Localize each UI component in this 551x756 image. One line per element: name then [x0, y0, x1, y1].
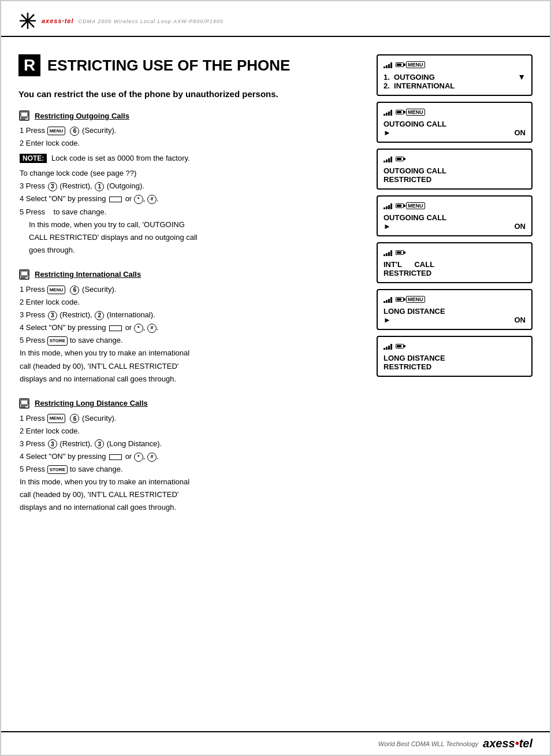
step-1-outgoing: 1 Press MENU 6 (Security). [20, 124, 365, 137]
statusbar-4: MENU [384, 201, 526, 210]
screen7-row2: RESTRICTED [384, 362, 526, 371]
screen-ld-on: MENU LONG DISTANCE ► ON [377, 289, 533, 330]
bar3 [388, 346, 390, 350]
phone-icon-outgoing [18, 110, 31, 121]
section-international-title: Restricting International Calls [35, 270, 141, 279]
bar1 [384, 66, 385, 68]
screen-outgoing-menu: MENU 1. OUTGOING ▼ 2. INTERNATIONAL [377, 54, 533, 96]
signal-7 [384, 343, 392, 350]
bar2 [386, 347, 388, 350]
screen2-arrow: ► [384, 128, 391, 137]
bar1 [384, 254, 385, 256]
screen2-row2: ► ON [384, 128, 526, 137]
bar3 [388, 205, 390, 209]
step-3-outgoing: 3 Press 3 (Restrict), 1 (Outgoing). [20, 180, 365, 192]
section-longdistance-body: 1 Press MENU 6 (Security). 2 Enter lock … [18, 412, 365, 514]
menu-indicator-4: MENU [406, 202, 425, 209]
screen2-on: ON [515, 128, 526, 137]
bar4 [390, 250, 392, 256]
battery-5 [396, 248, 404, 257]
subtitle: You can restrict the use of the phone by… [18, 89, 365, 99]
phone-icon-international [18, 269, 31, 280]
key-3-intl: 3 [48, 311, 57, 320]
battery-7 [396, 342, 404, 350]
bar1 [384, 207, 385, 209]
screen1-line2: 2. INTERNATIONAL [384, 81, 455, 90]
statusbar-2: MENU [384, 108, 526, 116]
step-1-intl: 1 Press MENU 6 (Security). [20, 283, 365, 296]
brand-logo: axess·tel CDMA 2000 Wireless Local Loop … [42, 17, 224, 24]
bar1 [384, 301, 385, 303]
svg-rect-6 [21, 112, 28, 117]
bar1 [384, 348, 385, 350]
key-3-ld: 3 [48, 439, 57, 449]
section-outgoing-header: Restricting Outgoing Calls [18, 110, 365, 121]
screen-outgoing-on: MENU OUTGOING CALL ► ON [377, 102, 533, 143]
step-1-ld: 1 Press MENU 6 (Security). [20, 412, 365, 425]
statusbar-5 [384, 248, 526, 257]
screen6-on: ON [515, 316, 526, 324]
signal-3 [384, 155, 392, 162]
bar2 [386, 300, 388, 303]
menu-indicator-2: MENU [406, 109, 425, 116]
screen1-line1: 1. OUTGOING [384, 73, 435, 81]
screen4-row1: OUTGOING CALL [384, 213, 526, 222]
screen5-row2: RESTRICTED [384, 269, 526, 277]
section-international-body: 1 Press MENU 6 (Security). 2 Enter lock … [18, 283, 365, 386]
right-column: MENU 1. OUTGOING ▼ 2. INTERNATIONAL [377, 54, 533, 527]
menu-key: MENU [47, 127, 66, 136]
screen1-arrow: ▼ [518, 72, 526, 81]
section-outgoing: Restricting Outgoing Calls 1 Press MENU … [18, 110, 365, 257]
screen7-row1: LONG DISTANCE [384, 354, 526, 362]
outgoing-mode-note: In this mode, when you try to call, 'OUT… [20, 218, 365, 257]
bar1 [384, 161, 385, 162]
screen7-content: LONG DISTANCE RESTRICTED [384, 354, 526, 371]
step-4-intl: 4 Select "ON" by pressing or *, #. [20, 321, 365, 334]
menu-indicator-1: MENU [406, 61, 425, 68]
page-title: ESTRICTING USE OF THE PHONE [47, 57, 290, 75]
statusbar-7 [384, 342, 526, 350]
section-longdistance-header: Restricting Long Distance Calls [18, 398, 365, 409]
key-6: 6 [70, 127, 79, 136]
footer: World Best CDMA WLL Technology axess•tel [1, 731, 550, 755]
main-content: R ESTRICTING USE OF THE PHONE You can re… [1, 37, 550, 538]
header-subtitle: CDMA 2000 Wireless Local Loop AXW-P800/P… [79, 18, 224, 24]
logo-icon [18, 12, 37, 30]
key-1: 1 [95, 182, 104, 191]
store-key-ld: STORE [47, 465, 68, 475]
step-4-outgoing: 4 Select "ON" by pressing or *, #. [20, 192, 365, 205]
bar3 [388, 112, 390, 116]
r-box: R [18, 54, 40, 76]
page: axess·tel CDMA 2000 Wireless Local Loop … [0, 0, 551, 756]
screen1-row1: 1. OUTGOING ▼ [384, 72, 526, 81]
bar4 [390, 62, 392, 68]
key-2-intl: 2 [95, 311, 104, 320]
screen-intl-restricted: INT'L CALL RESTRICTED [377, 242, 533, 283]
logo-area: axess·tel CDMA 2000 Wireless Local Loop … [18, 12, 224, 30]
key-3: 3 [48, 182, 57, 191]
bar2 [386, 65, 388, 68]
bar4 [390, 297, 392, 303]
screen3-content: OUTGOING CALL RESTRICTED [384, 166, 526, 184]
signal-5 [384, 249, 392, 256]
key-6-intl: 6 [70, 286, 79, 295]
screen4-on: ON [515, 222, 526, 231]
step-5-intl: 5 Press STORE to save change. [20, 334, 365, 347]
battery-2 [396, 108, 404, 116]
bar2 [386, 160, 388, 162]
bar3 [388, 252, 390, 256]
screen6-row1: LONG DISTANCE [384, 307, 526, 316]
bar2 [386, 206, 388, 209]
step-5-ld: 5 Press STORE to save change. [20, 463, 365, 476]
menu-key-ld: MENU [47, 414, 66, 423]
bar2 [386, 253, 388, 256]
bar4 [390, 344, 392, 350]
statusbar-3 [384, 154, 526, 163]
left-column: R ESTRICTING USE OF THE PHONE You can re… [18, 54, 365, 527]
phone-icon-longdistance [18, 398, 31, 409]
intl-mode-note: In this mode, when you try to make an in… [20, 347, 365, 385]
store-key-intl: STORE [47, 336, 68, 346]
screen2-row1: OUTGOING CALL [384, 120, 526, 128]
bar4 [390, 203, 392, 209]
statusbar-1: MENU [384, 60, 526, 69]
